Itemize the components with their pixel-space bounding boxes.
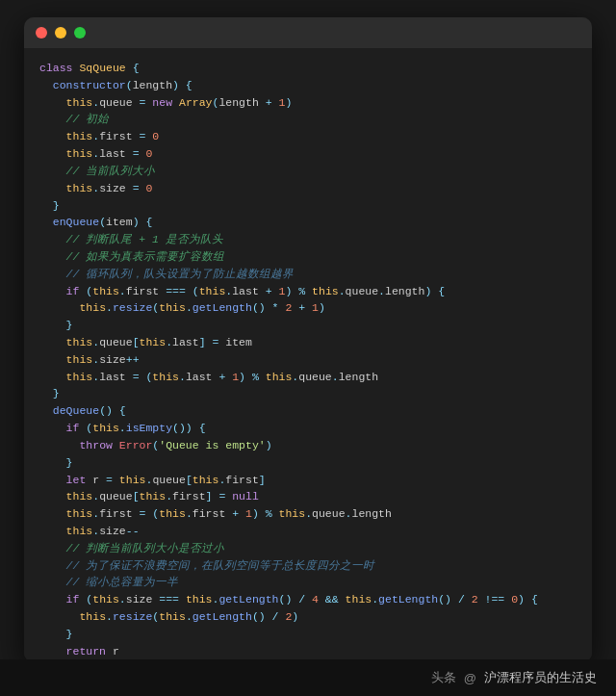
code-content: class SqQueue { constructor(length) { th…: [24, 48, 592, 662]
footer-platform: 头条: [431, 669, 456, 686]
minimize-button[interactable]: [55, 27, 66, 39]
code-window: class SqQueue { constructor(length) { th…: [24, 17, 592, 662]
close-button[interactable]: [36, 27, 47, 39]
footer-bar: 头条 @ 沪漂程序员的生活史: [0, 659, 616, 696]
maximize-button[interactable]: [74, 27, 86, 39]
footer-author: 沪漂程序员的生活史: [484, 669, 597, 686]
titlebar: [24, 17, 592, 48]
